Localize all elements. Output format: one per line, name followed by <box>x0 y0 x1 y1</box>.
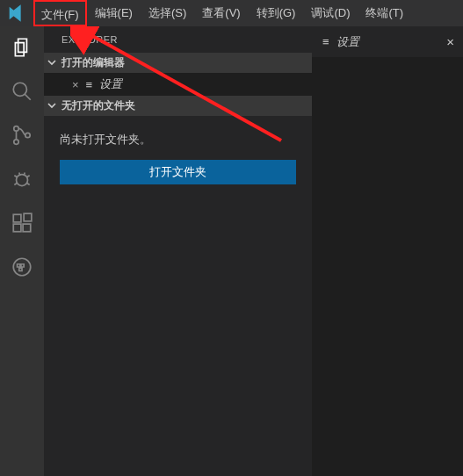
activity-debug-icon[interactable] <box>10 167 34 191</box>
chevron-down-icon <box>47 57 58 69</box>
menu-selection[interactable]: 选择(S) <box>141 0 194 26</box>
svg-point-1 <box>13 83 26 96</box>
tab-label: 设置 <box>336 34 359 50</box>
menu-view[interactable]: 查看(V) <box>194 0 248 26</box>
menu-go[interactable]: 转到(G) <box>249 0 304 26</box>
sidebar-title: EXPLORER <box>44 26 312 53</box>
settings-icon: ≡ <box>322 35 329 48</box>
svg-line-7 <box>14 176 17 177</box>
menu-file[interactable]: 文件(F) <box>33 0 87 26</box>
svg-line-12 <box>24 172 25 175</box>
svg-rect-15 <box>23 224 31 232</box>
svg-point-3 <box>14 126 18 131</box>
open-editors-label: 打开的编辑器 <box>61 55 125 70</box>
svg-line-2 <box>25 94 31 100</box>
activity-extensions-icon[interactable] <box>10 211 34 235</box>
svg-line-9 <box>14 183 17 184</box>
svg-point-5 <box>25 133 30 137</box>
settings-icon: ≡ <box>86 78 93 91</box>
no-folder-section[interactable]: 无打开的文件夹 <box>44 96 312 116</box>
svg-point-6 <box>17 175 28 186</box>
activity-search-icon[interactable] <box>10 79 34 104</box>
activity-explorer-icon[interactable] <box>10 35 34 60</box>
activity-bar <box>0 26 44 476</box>
activity-scm-icon[interactable] <box>10 123 34 148</box>
close-icon[interactable]: × <box>72 78 79 91</box>
svg-line-8 <box>26 176 29 177</box>
svg-point-4 <box>14 140 18 144</box>
no-folder-message: 尚未打开文件夹。 <box>60 132 296 148</box>
svg-line-11 <box>19 172 20 175</box>
editor-area: ≡ 设置 × <box>312 26 463 476</box>
svg-rect-13 <box>13 214 21 222</box>
app-logo-icon <box>7 4 25 25</box>
tab-bar: ≡ 设置 × <box>312 26 463 57</box>
chevron-down-icon <box>47 100 58 112</box>
open-editor-item[interactable]: × ≡ 设置 <box>44 73 312 96</box>
open-folder-button[interactable]: 打开文件夹 <box>60 160 296 184</box>
menu-debug[interactable]: 调试(D) <box>303 0 358 26</box>
open-editor-label: 设置 <box>99 76 122 92</box>
menu-terminal[interactable]: 终端(T) <box>358 0 411 26</box>
no-folder-label: 无打开的文件夹 <box>61 98 135 113</box>
svg-line-10 <box>26 183 29 184</box>
activity-docker-icon[interactable] <box>10 255 34 279</box>
tab-close-icon[interactable]: × <box>446 34 454 49</box>
open-editors-section[interactable]: 打开的编辑器 <box>44 53 312 73</box>
explorer-sidebar: EXPLORER 打开的编辑器 × ≡ 设置 无打开的文件夹 尚未打开文件夹。 <box>44 26 312 476</box>
svg-rect-14 <box>13 224 21 232</box>
menu-edit[interactable]: 编辑(E) <box>87 0 141 26</box>
svg-rect-16 <box>24 213 32 221</box>
tab-settings[interactable]: ≡ 设置 <box>322 34 359 50</box>
